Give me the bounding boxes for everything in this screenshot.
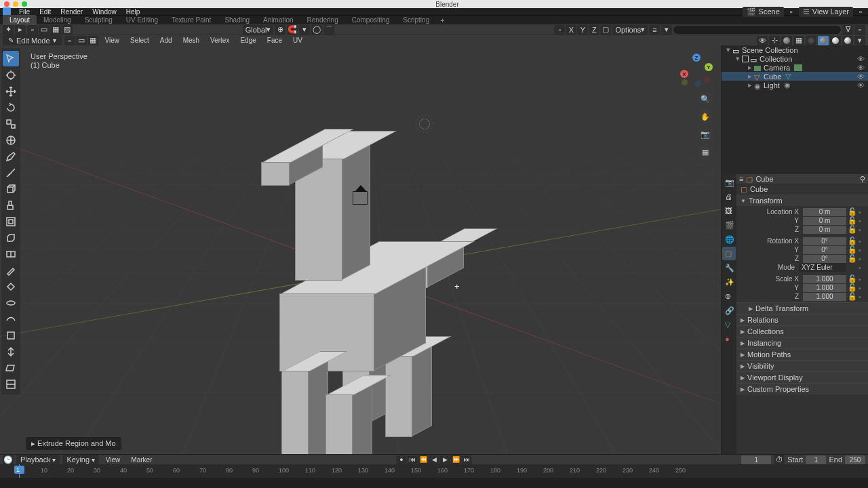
menu-vertex[interactable]: Vertex xyxy=(206,35,233,45)
object-name-field[interactable]: ▢ Cube xyxy=(736,184,868,195)
ptab-constraints[interactable]: 🔗 xyxy=(722,304,736,317)
ptab-modifiers[interactable]: 🔧 xyxy=(722,261,736,274)
maximize-window-icon[interactable] xyxy=(22,1,27,7)
location-x[interactable]: 0 m xyxy=(803,208,846,216)
editor-type-icon[interactable]: ✦ xyxy=(3,25,14,35)
new-viewlayer-icon[interactable]: ▫ xyxy=(856,7,865,16)
select-face-icon[interactable]: ▦ xyxy=(50,25,61,35)
outliner-camera-row[interactable]: ▸ Camera 👁 xyxy=(722,63,868,72)
new-scene-icon[interactable]: ▫ xyxy=(787,7,796,16)
timeline-editor-icon[interactable]: 🕒 xyxy=(3,455,14,464)
scale-x[interactable]: 1.000 xyxy=(803,275,846,283)
ws-scripting[interactable]: Scripting xyxy=(396,15,436,25)
tool-shrink[interactable] xyxy=(3,344,19,359)
matprev-shade-icon[interactable] xyxy=(830,36,841,45)
select-edge-icon[interactable]: ▭ xyxy=(39,25,50,35)
start-frame[interactable]: 1 xyxy=(806,455,826,464)
ws-layout[interactable]: Layout xyxy=(3,15,37,25)
ptab-material[interactable]: ● xyxy=(722,332,736,346)
location-z[interactable]: 0 m xyxy=(803,226,846,234)
wire-shade-icon[interactable] xyxy=(806,36,816,45)
panel-instancing[interactable]: ▶Instancing xyxy=(736,337,868,348)
eye-icon[interactable]: 👁 xyxy=(857,55,868,63)
ws-modeling[interactable]: Modeling xyxy=(37,15,78,25)
lock-icon[interactable]: 🔓 xyxy=(848,283,857,292)
outliner-collection-row[interactable]: ▾ ▭ Collection 👁 xyxy=(722,54,868,63)
axis-z-icon[interactable]: Z xyxy=(692,54,701,62)
lock-icon[interactable]: 🔓 xyxy=(848,274,857,283)
proportional-mode-icon[interactable]: ⌒ xyxy=(323,25,334,35)
shade-dropdown-icon[interactable]: ▾ xyxy=(854,36,865,45)
viewport-3d[interactable]: + xyxy=(0,45,721,454)
outliner-scene-row[interactable]: ▾▭ Scene Collection xyxy=(722,45,868,54)
tool-spin[interactable] xyxy=(3,295,19,310)
menu-add[interactable]: Add xyxy=(156,35,176,45)
panel-relations[interactable]: ▶Relations xyxy=(736,314,868,325)
panel-delta-transform[interactable]: ▶Delta Transform xyxy=(736,302,868,314)
timeline-track[interactable]: 1 10203040506070809010011012013014015016… xyxy=(0,464,868,478)
ptab-object[interactable]: ▢ xyxy=(722,247,736,260)
rotation-mode[interactable]: XYZ Euler xyxy=(799,263,846,272)
tool-scale[interactable] xyxy=(3,116,19,131)
lock-icon[interactable]: 🔓 xyxy=(848,207,857,216)
scale-z[interactable]: 1.000 xyxy=(803,293,846,301)
location-y[interactable]: 0 m xyxy=(803,217,846,225)
autokey-icon[interactable]: ● xyxy=(397,455,407,464)
outliner-filter-icon[interactable]: ▾ xyxy=(661,25,672,35)
ws-sculpting[interactable]: Sculpting xyxy=(78,15,119,25)
ptab-output[interactable]: 🖨 xyxy=(722,190,736,203)
timeline-view[interactable]: View xyxy=(102,455,125,465)
vert-mode-icon[interactable]: ▫ xyxy=(64,36,75,45)
tool-extrude[interactable] xyxy=(3,197,19,213)
rotation-y[interactable]: 0° xyxy=(803,246,846,254)
play-rev-icon[interactable]: ◀ xyxy=(429,455,439,464)
snap-mode-icon[interactable]: ▾ xyxy=(299,25,310,35)
axis-y-icon[interactable]: Y xyxy=(705,63,713,71)
ws-uvediting[interactable]: UV Editing xyxy=(119,15,165,25)
tool-add-cube[interactable] xyxy=(3,181,19,197)
camera-view-icon[interactable]: 📷 xyxy=(698,127,713,142)
scale-y[interactable]: 1.000 xyxy=(803,284,846,292)
snap-icon[interactable]: 🧲 xyxy=(287,25,298,35)
axis-nx-icon[interactable] xyxy=(704,77,710,83)
select-vertex-icon[interactable]: ▫ xyxy=(27,25,38,35)
xray-icon[interactable]: ▦ xyxy=(793,36,804,45)
lock-icon[interactable]: 🔓 xyxy=(848,292,857,301)
rotation-x[interactable]: 0° xyxy=(803,237,846,245)
panel-transform[interactable]: ▼Transform xyxy=(736,195,868,206)
outliner-cube-row[interactable]: ▸▽ Cube ▽ 👁 xyxy=(722,72,868,81)
lock-icon[interactable]: 🔓 xyxy=(848,216,857,225)
options-dropdown[interactable]: Options ▾ xyxy=(612,25,648,35)
face-mode-icon[interactable]: ▦ xyxy=(87,36,98,45)
eye-icon[interactable]: 👁 xyxy=(857,64,868,72)
ptab-viewlayer[interactable]: 🖼 xyxy=(722,204,736,218)
ws-rendering[interactable]: Rendering xyxy=(300,15,345,25)
outliner-new-coll-icon[interactable]: ▫ xyxy=(854,25,865,35)
checkbox-icon[interactable] xyxy=(742,56,749,62)
gizmo-icon[interactable]: ⊹ xyxy=(769,36,780,45)
timeline-marker[interactable]: Marker xyxy=(127,455,156,465)
menu-face[interactable]: Face xyxy=(263,35,286,45)
axis-ny-icon[interactable] xyxy=(682,79,688,85)
prev-key-icon[interactable]: ⏪ xyxy=(418,455,429,464)
nav-gizmo[interactable]: Z Y X xyxy=(680,54,713,86)
menu-view[interactable]: View xyxy=(101,35,124,45)
tool-select-box[interactable] xyxy=(3,51,19,66)
proportional-icon[interactable]: ◯ xyxy=(311,25,322,35)
next-key-icon[interactable]: ⏩ xyxy=(451,455,461,464)
tool-inset[interactable] xyxy=(3,214,19,229)
overlay-icon[interactable] xyxy=(781,36,792,45)
tool-measure[interactable] xyxy=(3,165,19,180)
ptab-physics[interactable]: ⊚ xyxy=(722,289,736,303)
cursor-icon[interactable]: ▸ xyxy=(15,25,26,35)
mesh-sel-more-icon[interactable]: Z xyxy=(589,25,599,35)
jump-end-icon[interactable]: ⏭ xyxy=(462,455,472,464)
panel-custom-properties[interactable]: ▶Custom Properties xyxy=(736,383,868,394)
panel-visibility[interactable]: ▶Visibility xyxy=(736,360,868,371)
mesh-sel-vert-icon[interactable]: ◦ xyxy=(554,25,565,35)
timeline-keying[interactable]: Keying ▾ xyxy=(62,455,98,464)
outliner-search[interactable] xyxy=(673,26,841,34)
scene-selector[interactable]: 🎬 Scene xyxy=(743,7,784,17)
edge-mode-icon[interactable]: ▭ xyxy=(76,36,87,45)
ptab-world[interactable]: 🌐 xyxy=(722,232,736,246)
